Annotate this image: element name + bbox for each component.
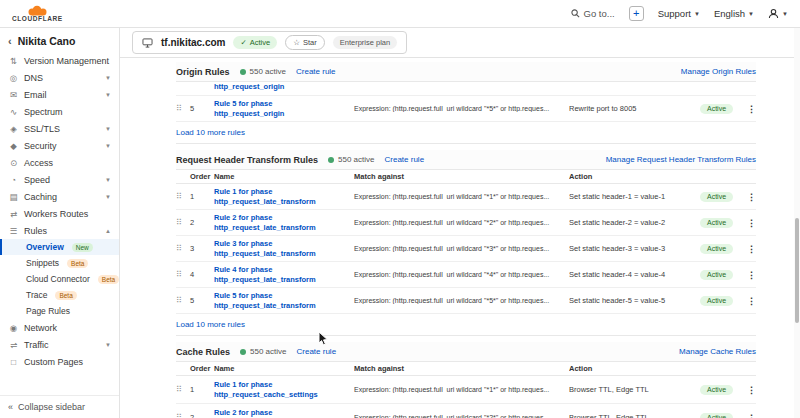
create-rule-link[interactable]: Create rule — [296, 67, 336, 76]
manage-origin-rules-link[interactable]: Manage Origin Rules — [681, 67, 756, 76]
kebab-menu-icon[interactable]: ⋮ — [744, 413, 756, 418]
user-icon — [768, 8, 779, 19]
rule-name-link[interactable]: Rule 3 for phase http_request_late_trans… — [214, 239, 354, 259]
sidebar-item-spectrum[interactable]: ∿ Spectrum — [0, 103, 119, 120]
load-more-link[interactable]: Load 10 more rules — [176, 320, 245, 329]
active-badge: Active — [700, 413, 733, 418]
rule-name-link[interactable]: Rule 2 for phase http_request_cache_sett… — [214, 408, 354, 418]
table-row: ⠿ 5 Rule 5 for phase http_request_origin… — [176, 96, 756, 122]
drag-handle-icon[interactable]: ⠿ — [176, 192, 190, 201]
sidebar-item-rules-overview[interactable]: Overview New — [0, 239, 119, 255]
create-rule-link[interactable]: Create rule — [385, 155, 425, 164]
collapse-label: Collapse sidebar — [18, 402, 85, 412]
star-icon: ☆ — [293, 38, 300, 47]
status-cell: Active — [700, 192, 744, 202]
drag-handle-icon[interactable]: ⠿ — [176, 385, 190, 394]
sidebar-item-traffic[interactable]: ⇌ Traffic ▼ — [0, 336, 119, 353]
drag-handle-icon[interactable]: ⠿ — [176, 218, 190, 227]
sidebar-item-workers-routes[interactable]: ⇄ Workers Routes — [0, 205, 119, 222]
topbar: CLOUDFLARE Go to... + Support ▼ English … — [0, 0, 800, 28]
rule-name-link[interactable]: http_request_origin — [214, 82, 284, 91]
rule-name-link[interactable]: Rule 1 for phase http_request_cache_sett… — [214, 380, 354, 400]
cache-rules-header: Cache Rules 550 active Create rule Manag… — [176, 342, 756, 362]
collapse-sidebar-button[interactable]: « Collapse sidebar — [0, 395, 119, 418]
gauge-icon: ◔ — [8, 175, 19, 185]
sidebar-item-ssl-tls[interactable]: ◈ SSL/TLS ▼ — [0, 120, 119, 137]
kebab-menu-icon[interactable]: ⋮ — [744, 104, 756, 114]
match-cell: Expression: (http.request.full_uri wildc… — [354, 105, 569, 112]
scrollbar-thumb[interactable] — [795, 218, 799, 323]
account-menu[interactable]: ▼ — [768, 8, 788, 19]
drag-handle-icon[interactable]: ⠿ — [176, 413, 190, 418]
drag-handle-icon[interactable]: ⠿ — [176, 244, 190, 253]
global-search[interactable]: Go to... — [571, 8, 615, 19]
sidebar-item-custom-pages[interactable]: □ Custom Pages — [0, 353, 119, 370]
back-icon[interactable]: ‹ — [8, 35, 12, 47]
active-badge: Active — [700, 104, 733, 114]
sidebar-item-caching[interactable]: ▤ Caching ▼ — [0, 188, 119, 205]
check-icon: ✓ — [240, 38, 246, 47]
kebab-menu-icon[interactable]: ⋮ — [744, 385, 756, 395]
load-more-link[interactable]: Load 10 more rules — [176, 128, 245, 137]
active-badge: Active — [700, 244, 733, 254]
rule-name-link[interactable]: Rule 4 for phase http_request_late_trans… — [214, 265, 354, 285]
topbar-right: Go to... + Support ▼ English ▼ ▼ — [571, 6, 788, 21]
manage-cache-rules-link[interactable]: Manage Cache Rules — [679, 347, 756, 356]
access-icon: ⊙ — [8, 158, 19, 168]
sidebar-item-email[interactable]: ✉ Email ▼ — [0, 86, 119, 103]
name-header: Name — [214, 364, 354, 374]
action-cell: Rewrite port to 8005 — [569, 104, 700, 113]
sidebar-item-access[interactable]: ⊙ Access — [0, 154, 119, 171]
sidebar-item-speed[interactable]: ◔ Speed ▼ — [0, 171, 119, 188]
sidebar-item-rules-page-rules[interactable]: Page Rules — [0, 303, 119, 319]
sidebar-item-rules-snippets[interactable]: Snippets Beta — [0, 255, 119, 271]
drag-handle-icon[interactable]: ⠿ — [176, 296, 190, 305]
create-rule-link[interactable]: Create rule — [297, 347, 337, 356]
sidebar-item-label: Access — [24, 158, 53, 168]
kebab-menu-icon[interactable]: ⋮ — [744, 244, 756, 254]
table-row: ⠿ 5 Rule 5 for phase http_request_late_t… — [176, 288, 756, 314]
sidebar-item-rules[interactable]: ☰ Rules ▲ — [0, 222, 119, 239]
support-label: Support — [658, 8, 691, 19]
kebab-menu-icon[interactable]: ⋮ — [744, 296, 756, 306]
sidebar-item-label: Version Management — [24, 56, 109, 66]
manage-transform-rules-link[interactable]: Manage Request Header Transform Rules — [606, 155, 756, 164]
kebab-menu-icon[interactable]: ⋮ — [744, 270, 756, 280]
status-badge: ✓ Active — [233, 36, 277, 49]
domain-group: tf.nikitac.com ✓ Active ☆ Star Enterpris… — [132, 31, 407, 54]
sidebar-item-version-management[interactable]: ⇅ Version Management — [0, 52, 119, 69]
sidebar-item-label: Security — [24, 141, 57, 151]
sidebar-item-label: Overview — [26, 242, 64, 252]
status-cell: Active — [700, 413, 744, 418]
sidebar-item-rules-trace[interactable]: Trace Beta — [0, 287, 119, 303]
rule-name-link[interactable]: Rule 1 for phase http_request_late_trans… — [214, 187, 354, 207]
load-more-row: Load 10 more rules — [176, 122, 756, 144]
sidebar-item-security[interactable]: ◆ Security ▼ — [0, 137, 119, 154]
cloudflare-logo[interactable]: CLOUDFLARE — [12, 5, 63, 23]
sidebar-item-dns[interactable]: ◎ DNS ▼ — [0, 69, 119, 86]
workers-routes-icon: ⇄ — [8, 209, 19, 219]
support-menu[interactable]: Support ▼ — [658, 8, 700, 19]
domain-name: tf.nikitac.com — [161, 37, 225, 48]
rule-name-link[interactable]: Rule 5 for phase http_request_late_trans… — [214, 291, 354, 311]
order-header: Order — [190, 172, 214, 181]
star-button[interactable]: ☆ Star — [285, 35, 325, 50]
table-row: ⠿ 1 Rule 1 for phase http_request_late_t… — [176, 184, 756, 210]
sidebar-item-label: Rules — [24, 226, 47, 236]
rules-content: Origin Rules 550 active Create rule Mana… — [120, 58, 800, 418]
sidebar-item-rules-cloud-connector[interactable]: Cloud Connector Beta — [0, 271, 119, 287]
account-header[interactable]: ‹ Nikita Cano — [0, 28, 119, 52]
drag-handle-icon[interactable]: ⠿ — [176, 104, 190, 113]
account-name: Nikita Cano — [18, 35, 76, 47]
active-badge: Active — [700, 192, 733, 202]
sidebar-item-network[interactable]: ◉ Network — [0, 319, 119, 336]
kebab-menu-icon[interactable]: ⋮ — [744, 192, 756, 202]
language-label: English — [714, 8, 745, 19]
rule-name-link[interactable]: Rule 5 for phase http_request_origin — [214, 99, 354, 119]
language-menu[interactable]: English ▼ — [714, 8, 754, 19]
kebab-menu-icon[interactable]: ⋮ — [744, 218, 756, 228]
add-site-button[interactable]: + — [629, 6, 644, 21]
match-cell: Expression: (http.request.full_uri wildc… — [354, 414, 569, 418]
rule-name-link[interactable]: Rule 2 for phase http_request_late_trans… — [214, 213, 354, 233]
drag-handle-icon[interactable]: ⠿ — [176, 270, 190, 279]
